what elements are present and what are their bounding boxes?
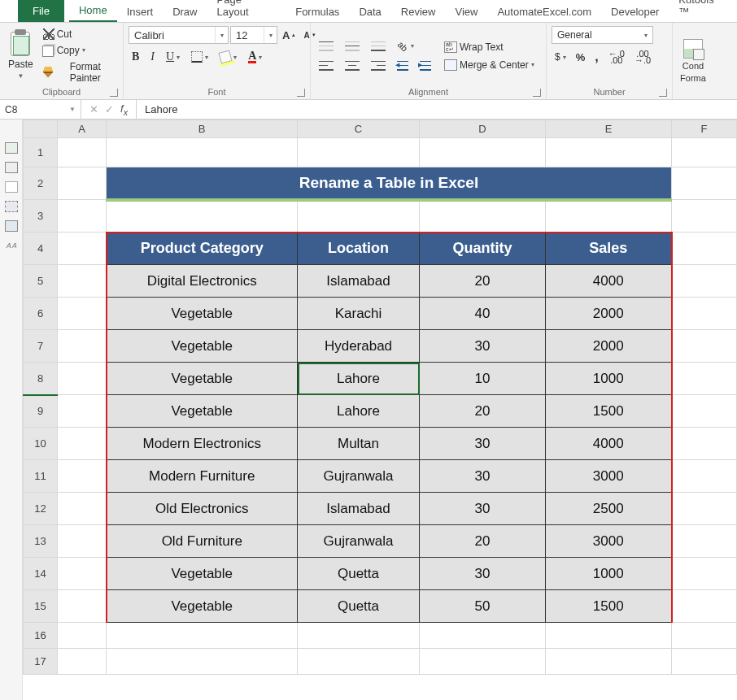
increase-indent-button[interactable] xyxy=(416,59,434,72)
cell[interactable] xyxy=(107,200,298,233)
table-cell[interactable]: 30 xyxy=(420,428,546,460)
col-header[interactable]: B xyxy=(107,120,298,138)
fx-icon[interactable]: fx xyxy=(120,102,128,117)
cell[interactable] xyxy=(672,330,737,363)
cell[interactable] xyxy=(298,138,420,167)
gutter-icon[interactable] xyxy=(5,220,18,232)
cell[interactable] xyxy=(672,525,737,558)
cancel-formula-icon[interactable]: ✕ xyxy=(89,103,98,115)
align-right-button[interactable] xyxy=(368,59,389,73)
comma-button[interactable]: , xyxy=(591,52,601,62)
cell[interactable] xyxy=(672,460,737,493)
col-header[interactable]: C xyxy=(298,120,420,138)
cell[interactable] xyxy=(58,330,107,363)
cell[interactable] xyxy=(298,200,420,233)
col-header[interactable]: E xyxy=(546,120,672,138)
table-cell[interactable]: Vegetable xyxy=(107,395,298,428)
cell[interactable] xyxy=(672,233,737,265)
table-cell[interactable]: Vegetable xyxy=(107,590,298,623)
tab-formulas[interactable]: Formulas xyxy=(286,1,349,22)
cell[interactable] xyxy=(107,649,298,675)
table-cell[interactable]: Quetta xyxy=(298,558,420,590)
table-cell[interactable]: 30 xyxy=(420,493,546,525)
row-header[interactable]: 4 xyxy=(24,233,58,265)
row-header[interactable]: 14 xyxy=(24,558,58,590)
table-cell[interactable]: Lahore xyxy=(298,395,420,428)
bold-button[interactable]: B xyxy=(129,49,142,65)
fill-color-button[interactable]: ▾ xyxy=(216,50,240,64)
table-cell[interactable]: 1500 xyxy=(546,590,672,623)
table-cell[interactable]: 1500 xyxy=(546,395,672,428)
name-box[interactable]: C8 ▼ xyxy=(0,100,81,119)
cell[interactable] xyxy=(546,623,672,649)
col-header[interactable]: D xyxy=(420,120,546,138)
cell[interactable] xyxy=(420,138,546,167)
cell[interactable] xyxy=(672,590,737,623)
align-bottom-button[interactable] xyxy=(368,39,389,54)
align-center-button[interactable] xyxy=(342,59,363,73)
row-header[interactable]: 11 xyxy=(24,460,58,493)
tab-view[interactable]: View xyxy=(445,1,487,22)
formula-input[interactable]: Lahore xyxy=(137,103,737,115)
table-cell[interactable]: 2500 xyxy=(546,493,672,525)
title-cell[interactable]: Rename a Table in Excel xyxy=(107,167,672,200)
cell[interactable] xyxy=(58,233,107,265)
gutter-icon[interactable]: ᴀᴀ xyxy=(6,240,17,250)
table-cell[interactable]: Multan xyxy=(298,428,420,460)
tab-kutools[interactable]: Kutools ™ xyxy=(669,0,737,22)
align-middle-button[interactable] xyxy=(342,39,363,54)
cell[interactable] xyxy=(672,363,737,395)
table-cell[interactable]: 2000 xyxy=(546,298,672,330)
align-left-button[interactable] xyxy=(316,59,337,73)
tab-developer[interactable]: Developer xyxy=(601,1,669,22)
cell[interactable] xyxy=(672,558,737,590)
cell[interactable] xyxy=(58,428,107,460)
cell[interactable] xyxy=(58,525,107,558)
table-cell[interactable]: Vegetable xyxy=(107,330,298,363)
merge-center-button[interactable]: Merge & Center ▾ xyxy=(441,58,538,72)
table-cell[interactable]: Gujranwala xyxy=(298,525,420,558)
table-cell[interactable]: Islamabad xyxy=(298,493,420,525)
cell[interactable] xyxy=(672,298,737,330)
table-cell[interactable]: 30 xyxy=(420,330,546,363)
cell[interactable] xyxy=(298,649,420,675)
cell[interactable] xyxy=(672,265,737,298)
wrap-text-button[interactable]: Wrap Text xyxy=(441,40,538,54)
cell[interactable] xyxy=(58,493,107,525)
table-cell[interactable]: 20 xyxy=(420,395,546,428)
cell[interactable] xyxy=(420,200,546,233)
cell[interactable] xyxy=(58,298,107,330)
table-cell[interactable]: Gujranwala xyxy=(298,460,420,493)
cell[interactable] xyxy=(546,649,672,675)
tab-insert[interactable]: Insert xyxy=(117,1,164,22)
table-header-cell[interactable]: Quantity xyxy=(420,233,546,265)
font-size-select[interactable]: 12 ▾ xyxy=(230,26,277,44)
table-cell[interactable]: Lahore xyxy=(298,363,420,395)
dialog-launcher-icon[interactable] xyxy=(297,89,305,97)
table-cell[interactable]: 4000 xyxy=(546,428,672,460)
cell[interactable] xyxy=(672,428,737,460)
copy-button[interactable]: Copy ▾ xyxy=(40,43,118,58)
row-header[interactable]: 8 xyxy=(24,363,58,395)
gutter-icon[interactable] xyxy=(5,201,18,212)
dialog-launcher-icon[interactable] xyxy=(110,89,118,97)
increase-decimal-button[interactable]: ←.0.00 xyxy=(605,49,628,65)
gutter-icon[interactable] xyxy=(5,181,18,193)
row-header[interactable]: 2 xyxy=(24,167,58,200)
table-cell[interactable]: 1000 xyxy=(546,558,672,590)
cell[interactable] xyxy=(58,265,107,298)
cut-button[interactable]: Cut xyxy=(40,27,118,41)
cell[interactable] xyxy=(672,167,737,200)
table-cell[interactable]: Digital Electronics xyxy=(107,265,298,298)
cell[interactable] xyxy=(672,138,737,167)
table-header-cell[interactable]: Sales xyxy=(546,233,672,265)
table-cell[interactable]: 4000 xyxy=(546,265,672,298)
table-header-cell[interactable]: Location xyxy=(298,233,420,265)
select-all-corner[interactable] xyxy=(24,120,58,138)
table-cell[interactable]: 40 xyxy=(420,298,546,330)
accounting-button[interactable]: $▾ xyxy=(552,50,569,64)
table-cell[interactable]: Modern Furniture xyxy=(107,460,298,493)
tab-draw[interactable]: Draw xyxy=(163,1,207,22)
table-cell[interactable]: Old Electronics xyxy=(107,493,298,525)
table-cell[interactable]: 30 xyxy=(420,460,546,493)
